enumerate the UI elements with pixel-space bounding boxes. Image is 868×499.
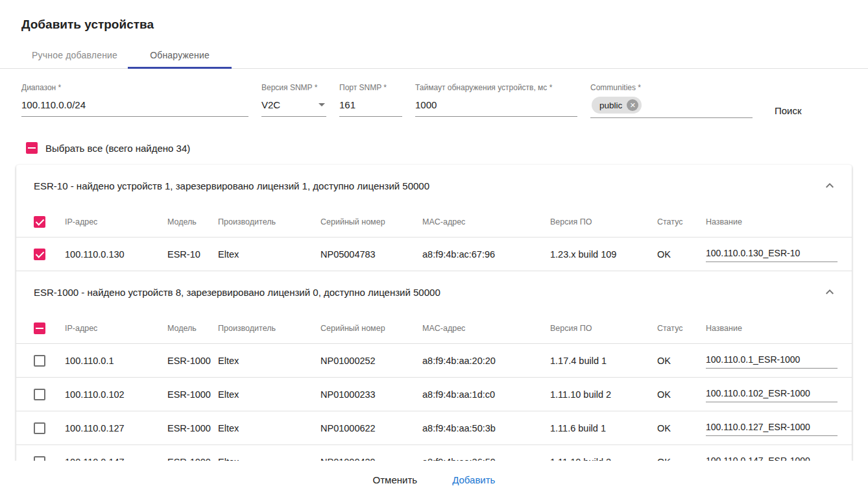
search-button[interactable]: Поиск xyxy=(769,101,807,120)
cell-status: OK xyxy=(657,389,706,400)
device-group: ESR-10 - найдено устройств 1, зарезервир… xyxy=(16,165,852,271)
column-header: Производитель xyxy=(218,217,320,226)
cell-ip: 100.110.0.127 xyxy=(65,423,167,433)
row-checkbox[interactable] xyxy=(34,422,45,434)
table-row: 100.110.0.102 ESR-1000 Eltex NP01000233 … xyxy=(16,378,852,411)
column-header: Серийный номер xyxy=(320,217,422,226)
cell-serial: NP05004783 xyxy=(320,249,422,260)
snmp-version-value: V2C xyxy=(261,99,280,110)
tab-manual-add[interactable]: Ручное добавление xyxy=(21,42,128,68)
table-row: 100.110.0.1 ESR-1000 Eltex NP01000252 a8… xyxy=(16,344,852,378)
column-header: Статус xyxy=(657,217,706,226)
column-header: IP-адрес xyxy=(65,217,167,226)
cell-model: ESR-10 xyxy=(167,249,218,260)
cell-model: ESR-1000 xyxy=(167,423,218,433)
communities-label: Communities * xyxy=(590,83,753,92)
community-chip-label: public xyxy=(599,101,622,110)
device-group: ESR-1000 - найдено устройств 8, зарезерв… xyxy=(16,271,852,465)
select-all-row: Выбрать все (всего найдено 34) xyxy=(26,142,868,154)
group-select-checkbox[interactable] xyxy=(34,216,45,228)
snmp-port-input[interactable] xyxy=(339,97,402,117)
cell-mac: a8:f9:4b:aa:20:20 xyxy=(422,356,550,366)
device-groups: ESR-10 - найдено устройств 1, зарезервир… xyxy=(16,165,852,465)
group-select-checkbox[interactable] xyxy=(34,323,45,334)
cell-ip: 100.110.0.130 xyxy=(65,249,167,260)
table-rows: 100.110.0.130 ESR-10 Eltex NP05004783 a8… xyxy=(16,237,852,271)
snmp-port-field: Порт SNMP * xyxy=(339,83,402,117)
add-button[interactable]: Добавить xyxy=(446,469,501,491)
table-rows: 100.110.0.1 ESR-1000 Eltex NP01000252 a8… xyxy=(16,344,852,465)
cell-status: OK xyxy=(657,356,706,366)
cell-serial: NP01000622 xyxy=(320,423,422,433)
cell-vendor: Eltex xyxy=(218,249,320,260)
cell-serial: NP01000252 xyxy=(320,356,422,366)
cell-ip: 100.110.0.102 xyxy=(65,389,167,400)
tabs: Ручное добавление Обнаружение xyxy=(0,42,868,69)
column-header: Версия ПО xyxy=(550,324,657,333)
cell-firmware: 1.11.10 build 2 xyxy=(550,389,657,400)
column-header: Модель xyxy=(167,217,218,226)
snmp-version-field: Версия SNMP * V2C xyxy=(261,83,326,117)
snmp-port-label: Порт SNMP * xyxy=(339,83,402,92)
cell-firmware: 1.11.6 build 1 xyxy=(550,423,657,433)
range-label: Диапазон * xyxy=(21,83,248,92)
dropdown-arrow-icon xyxy=(319,103,325,106)
row-name-input[interactable] xyxy=(706,387,838,402)
column-header: MAC-адрес xyxy=(422,324,550,333)
row-name-input[interactable] xyxy=(706,420,838,436)
column-header: Статус xyxy=(657,324,706,333)
column-header: Производитель xyxy=(218,324,320,333)
select-all-label: Выбрать все (всего найдено 34) xyxy=(45,143,190,154)
cell-mac: a8:f9:4b:aa:50:3b xyxy=(422,423,550,433)
chevron-up-icon[interactable] xyxy=(822,284,838,300)
table-header-row: IP-адресМодельПроизводительСерийный номе… xyxy=(16,313,852,344)
snmp-version-label: Версия SNMP * xyxy=(261,83,326,92)
select-all-checkbox[interactable] xyxy=(26,142,38,154)
column-header: Название xyxy=(706,324,838,333)
row-checkbox[interactable] xyxy=(34,249,45,260)
row-checkbox[interactable] xyxy=(34,355,45,367)
remove-community-icon[interactable]: ✕ xyxy=(627,99,638,111)
tab-discovery[interactable]: Обнаружение xyxy=(128,42,232,68)
communities-input[interactable]: public ✕ xyxy=(590,97,753,118)
timeout-field: Таймаут обнаружения устройств, мс * xyxy=(415,83,577,117)
discovery-form: Диапазон * Версия SNMP * V2C Порт SNMP *… xyxy=(0,69,868,120)
cell-mac: a8:f9:4b:aa:1d:c0 xyxy=(422,389,550,400)
range-field: Диапазон * xyxy=(21,83,248,117)
column-header: IP-адрес xyxy=(65,324,167,333)
table-header-row: IP-адресМодельПроизводительСерийный номе… xyxy=(16,206,852,237)
row-name-input[interactable] xyxy=(706,247,838,262)
group-title: ESR-1000 - найдено устройств 8, зарезерв… xyxy=(34,287,440,298)
cell-model: ESR-1000 xyxy=(167,356,218,366)
discovered-devices-panel: ESR-10 - найдено устройств 1, зарезервир… xyxy=(16,165,852,465)
row-checkbox[interactable] xyxy=(34,389,45,400)
page-title: Добавить устройства xyxy=(21,18,868,32)
row-name-input[interactable] xyxy=(706,353,838,369)
range-input[interactable] xyxy=(21,97,248,117)
footer-actions: Отменить Добавить xyxy=(0,461,868,499)
cell-status: OK xyxy=(657,249,706,260)
cell-model: ESR-1000 xyxy=(167,389,218,400)
cell-firmware: 1.17.4 build 1 xyxy=(550,356,657,366)
group-header[interactable]: ESR-1000 - найдено устройств 8, зарезерв… xyxy=(16,271,852,313)
cell-vendor: Eltex xyxy=(218,389,320,400)
cell-ip: 100.110.0.1 xyxy=(65,356,167,366)
cancel-button[interactable]: Отменить xyxy=(367,469,424,491)
cell-mac: a8:f9:4b:ac:67:96 xyxy=(422,249,550,260)
timeout-input[interactable] xyxy=(415,97,577,117)
community-chip: public ✕ xyxy=(592,97,642,114)
cell-firmware: 1.23.x build 109 xyxy=(550,249,657,260)
chevron-up-icon[interactable] xyxy=(822,178,838,193)
timeout-label: Таймаут обнаружения устройств, мс * xyxy=(415,83,577,92)
cell-vendor: Eltex xyxy=(218,423,320,433)
table-row: 100.110.0.130 ESR-10 Eltex NP05004783 a8… xyxy=(16,237,852,271)
communities-field: Communities * public ✕ xyxy=(590,83,753,118)
cell-status: OK xyxy=(657,423,706,433)
group-header[interactable]: ESR-10 - найдено устройств 1, зарезервир… xyxy=(16,165,852,206)
cell-serial: NP01000233 xyxy=(320,389,422,400)
column-header: MAC-адрес xyxy=(422,217,550,226)
column-header: Название xyxy=(706,217,838,226)
cell-vendor: Eltex xyxy=(218,356,320,366)
column-header: Модель xyxy=(167,324,218,333)
snmp-version-select[interactable]: V2C xyxy=(261,97,326,117)
